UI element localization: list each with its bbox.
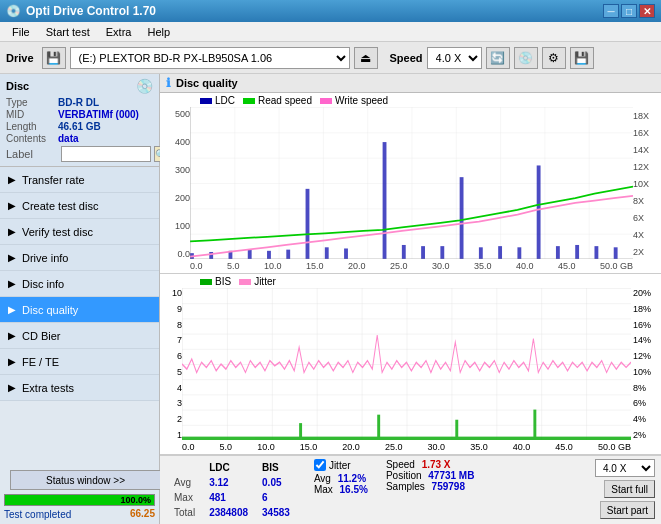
eject-button[interactable]: ⏏ — [354, 47, 378, 69]
menu-help[interactable]: Help — [139, 24, 178, 40]
svg-rect-20 — [556, 246, 560, 259]
sidebar-item-fe-te[interactable]: ▶ FE / TE — [0, 349, 159, 375]
chart2-y-right: 20% 18% 16% 14% 12% 10% 8% 6% 4% 2% — [633, 288, 659, 440]
quality-icon: ℹ — [166, 76, 171, 90]
svg-rect-18 — [517, 247, 521, 259]
status-text: Test completed — [4, 509, 71, 520]
sidebar-label-disc-info: Disc info — [22, 278, 64, 290]
svg-rect-17 — [498, 246, 502, 259]
disc-button[interactable]: 💿 — [514, 47, 538, 69]
legend-read-speed-box — [243, 98, 255, 104]
chart1-legend: LDC Read speed Write speed — [200, 95, 396, 106]
svg-rect-19 — [537, 165, 541, 259]
svg-rect-1 — [190, 107, 633, 259]
start-full-button[interactable]: Start full — [604, 480, 655, 498]
sidebar-label-fe-te: FE / TE — [22, 356, 59, 368]
nav-arrow-disc-quality: ▶ — [8, 304, 16, 315]
nav-arrow-disc-info: ▶ — [8, 278, 16, 289]
drive-icon: 💾 — [42, 47, 66, 69]
svg-rect-3 — [209, 252, 213, 259]
sidebar-item-verify-test-disc[interactable]: ▶ Verify test disc — [0, 219, 159, 245]
svg-rect-22 — [594, 246, 598, 259]
stat-total-label: Total — [168, 506, 201, 519]
refresh-button[interactable]: 🔄 — [486, 47, 510, 69]
samples-label: Samples — [386, 481, 425, 492]
stat-max-bis: 6 — [256, 491, 296, 504]
chart1-y-right: 18X 16X 14X 12X 10X 8X 6X 4X 2X — [633, 109, 659, 259]
sidebar-label-create-test-disc: Create test disc — [22, 200, 98, 212]
chart2-x-labels: 0.0 5.0 10.0 15.0 20.0 25.0 30.0 35.0 40… — [182, 442, 631, 452]
save-button[interactable]: 💾 — [570, 47, 594, 69]
sidebar-item-create-test-disc[interactable]: ▶ Create test disc — [0, 193, 159, 219]
chart1-svg — [190, 107, 633, 259]
svg-rect-30 — [377, 415, 380, 440]
disc-label-label: Label — [6, 148, 58, 160]
settings-button[interactable]: ⚙ — [542, 47, 566, 69]
nav-arrow-cd-bier: ▶ — [8, 330, 16, 341]
stat-total-ldc: 2384808 — [203, 506, 254, 519]
chart2-container: BIS Jitter 10 9 8 7 6 5 4 3 — [160, 274, 661, 455]
svg-rect-7 — [286, 250, 290, 259]
nav-arrow-extra-tests: ▶ — [8, 382, 16, 393]
menu-extra[interactable]: Extra — [98, 24, 140, 40]
stats-speed-select[interactable]: 4.0 X — [595, 459, 655, 477]
quality-header: ℹ Disc quality — [160, 74, 661, 93]
close-button[interactable]: ✕ — [639, 4, 655, 18]
stats-table: LDC BIS Avg 3.12 0.05 Max 481 6 Total — [166, 459, 298, 521]
disc-length-value: 46.61 GB — [58, 121, 101, 132]
sidebar-item-disc-info[interactable]: ▶ Disc info — [0, 271, 159, 297]
drive-select[interactable]: (E:) PLEXTOR BD-R PX-LB950SA 1.06 — [70, 47, 350, 69]
disc-panel-title: Disc — [6, 80, 29, 92]
content-area: ℹ Disc quality LDC Read speed — [160, 74, 661, 524]
stat-avg-ldc: 3.12 — [203, 476, 254, 489]
sidebar-item-extra-tests[interactable]: ▶ Extra tests — [0, 375, 159, 401]
menu-file[interactable]: File — [4, 24, 38, 40]
legend-jitter-label: Jitter — [254, 276, 276, 287]
sidebar-item-transfer-rate[interactable]: ▶ Transfer rate — [0, 167, 159, 193]
disc-length-label: Length — [6, 121, 58, 132]
sidebar-item-cd-bier[interactable]: ▶ CD Bier — [0, 323, 159, 349]
sidebar-item-drive-info[interactable]: ▶ Drive info — [0, 245, 159, 271]
disc-mid-value: VERBATIMf (000) — [58, 109, 139, 120]
position-label: Position — [386, 470, 422, 481]
stat-max-label: Max — [168, 491, 201, 504]
menu-start-test[interactable]: Start test — [38, 24, 98, 40]
nav-arrow-drive-info: ▶ — [8, 252, 16, 263]
jitter-check-row: Jitter — [314, 459, 368, 471]
sidebar-label-transfer-rate: Transfer rate — [22, 174, 85, 186]
jitter-avg-value: 11.2% — [338, 473, 366, 484]
svg-rect-28 — [182, 437, 631, 440]
disc-label-input[interactable] — [61, 146, 151, 162]
stat-avg-bis: 0.05 — [256, 476, 296, 489]
svg-rect-13 — [421, 246, 425, 259]
disc-type-value: BD-R DL — [58, 97, 99, 108]
speed-position-section: Speed 1.73 X Position 47731 MB Samples 7… — [386, 459, 475, 492]
legend-bis-box — [200, 279, 212, 285]
legend-ldc-label: LDC — [215, 95, 235, 106]
disc-info-panel: Disc 💿 Type BD-R DL MID VERBATIMf (000) … — [0, 74, 159, 167]
nav-arrow-verify-test-disc: ▶ — [8, 226, 16, 237]
stat-max-ldc: 481 — [203, 491, 254, 504]
main-layout: Disc 💿 Type BD-R DL MID VERBATIMf (000) … — [0, 74, 661, 524]
start-part-button[interactable]: Start part — [600, 501, 655, 519]
speed-select-main[interactable]: 4.0 X — [427, 47, 482, 69]
minimize-button[interactable]: ─ — [603, 4, 619, 18]
sidebar-item-disc-quality[interactable]: ▶ Disc quality — [0, 297, 159, 323]
jitter-checkbox[interactable] — [314, 459, 326, 471]
stat-avg-label: Avg — [168, 476, 201, 489]
maximize-button[interactable]: □ — [621, 4, 637, 18]
svg-rect-16 — [479, 247, 483, 259]
drive-label: Drive — [6, 52, 34, 64]
legend-bis: BIS — [200, 276, 231, 287]
samples-value: 759798 — [432, 481, 465, 492]
disc-contents-value: data — [58, 133, 79, 144]
sidebar-label-extra-tests: Extra tests — [22, 382, 74, 394]
nav-arrow-transfer-rate: ▶ — [8, 174, 16, 185]
app-title: Opti Drive Control 1.70 — [26, 4, 156, 18]
chart1-x-labels: 0.0 5.0 10.0 15.0 20.0 25.0 30.0 35.0 40… — [190, 261, 633, 271]
status-window-button[interactable]: Status window >> — [10, 470, 161, 490]
svg-rect-23 — [614, 247, 618, 259]
jitter-label: Jitter — [329, 460, 351, 471]
charts-area: LDC Read speed Write speed 500 400 30 — [160, 93, 661, 524]
speed-info-value: 1.73 X — [422, 459, 451, 470]
